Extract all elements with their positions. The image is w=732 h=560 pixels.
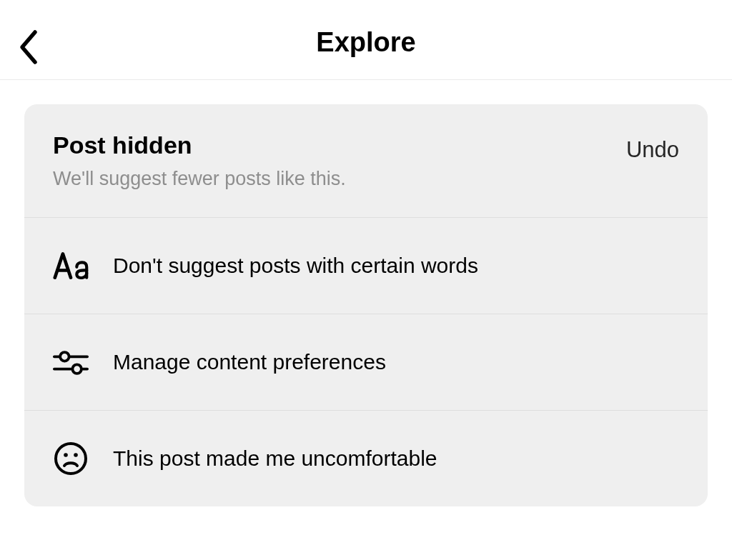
chevron-left-icon <box>18 29 39 65</box>
option-label: Manage content preferences <box>113 350 386 374</box>
svg-point-6 <box>74 453 78 457</box>
card-title: Post hidden <box>53 131 346 159</box>
option-label: Don't suggest posts with certain words <box>113 254 478 278</box>
aa-icon <box>53 248 89 284</box>
undo-button[interactable]: Undo <box>626 137 679 163</box>
card-header: Post hidden We'll suggest fewer posts li… <box>24 104 708 218</box>
page-title: Explore <box>316 27 415 58</box>
card-header-text: Post hidden We'll suggest fewer posts li… <box>53 131 346 190</box>
svg-point-3 <box>72 364 81 373</box>
sad-face-icon <box>53 441 89 476</box>
svg-point-1 <box>60 352 69 361</box>
back-button[interactable] <box>13 31 44 63</box>
option-uncomfortable[interactable]: This post made me uncomfortable <box>24 411 708 506</box>
option-filter-words[interactable]: Don't suggest posts with certain words <box>24 218 708 314</box>
card-subtitle: We'll suggest fewer posts like this. <box>53 168 346 190</box>
sliders-icon <box>53 344 89 380</box>
option-label: This post made me uncomfortable <box>113 446 437 471</box>
option-manage-preferences[interactable]: Manage content preferences <box>24 314 708 411</box>
post-hidden-card: Post hidden We'll suggest fewer posts li… <box>24 104 708 506</box>
svg-point-5 <box>64 453 68 457</box>
svg-point-4 <box>56 444 86 474</box>
page-header: Explore <box>0 0 732 80</box>
